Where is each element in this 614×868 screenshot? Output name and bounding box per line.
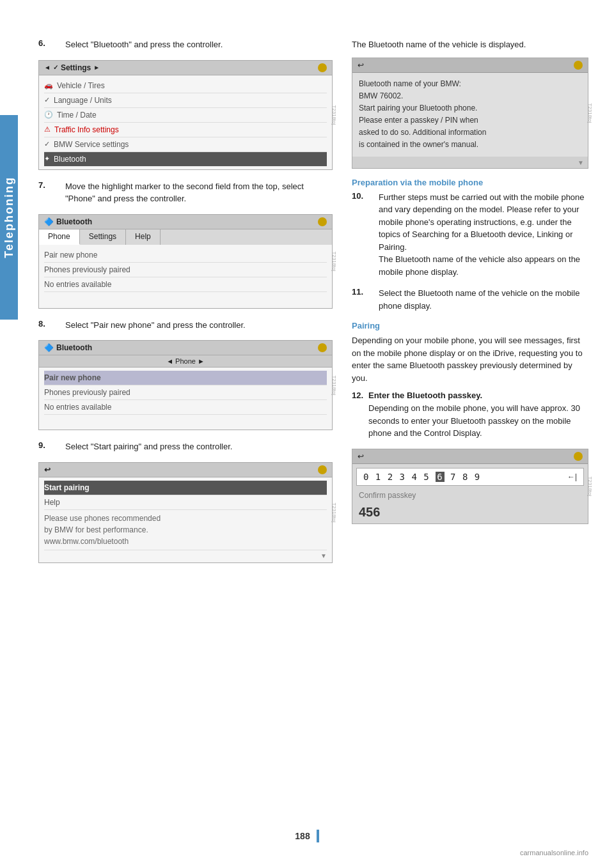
passkey-dot	[574, 452, 583, 461]
step-11-number: 11.	[352, 287, 363, 312]
step-10-text: Further steps must be carried out with t…	[379, 191, 588, 279]
page-number: 188	[295, 831, 310, 841]
step-11-text: Select the Bluetooth name of the vehicle…	[379, 287, 588, 312]
passkey-digits: 0 1 2 3 4 5 6 7 8 9	[363, 472, 480, 482]
screen-bluetooth-tabs: 🔷 Bluetooth Phone Settings Help Pair new…	[38, 214, 333, 309]
step-12-label: Enter the Bluetooth passkey.	[368, 391, 588, 400]
passkey-confirm-label: Confirm passkey	[352, 488, 588, 501]
bmw-text-line3: Start pairing your Bluetooth phone.	[359, 102, 581, 114]
screen1-body: 🚗 Vehicle / Tires ✓ Language / Units 🕐 T…	[39, 75, 332, 169]
list-item-bluetooth: ✦ Bluetooth	[44, 152, 327, 166]
bluetooth-header-icon2: 🔷	[44, 343, 54, 352]
list-item-prev-paired: Phones previously paired	[44, 385, 327, 400]
step-8-text: Select "Pair new phone" and press the co…	[65, 319, 246, 332]
scroll-down-icon: ▼	[320, 552, 327, 559]
screen2-body: Pair new phone Phones previously paired …	[39, 245, 332, 308]
pairing-intro: Depending on your mobile phone, you will…	[352, 334, 588, 384]
step-12-text: Depending on the mobile phone, you will …	[368, 402, 588, 440]
step-10-number: 10.	[352, 191, 363, 279]
left-column: 6. Select "Bluetooth" and press the cont…	[38, 38, 333, 573]
screen4-body: Start pairing Help Please use phones rec…	[39, 477, 332, 562]
screen2-tabs: Phone Settings Help	[39, 229, 332, 245]
screen3-dot	[318, 343, 327, 352]
screen-start-pairing: ↩ Start pairing Help Please use phones r…	[38, 462, 333, 563]
time-icon: 🕐	[44, 111, 53, 119]
screen3-header: 🔷 Bluetooth	[39, 341, 332, 355]
step-12-number: 12.	[352, 391, 363, 440]
passkey-back-icon: ↩	[358, 452, 364, 461]
passkey-header: ↩	[352, 449, 588, 464]
bmw-text-line5: asked to do so. Additional information	[359, 127, 581, 139]
list-item: ✓ BMW Service settings	[44, 137, 327, 152]
tab-phone: Phone	[39, 229, 80, 245]
step-12: 12. Enter the Bluetooth passkey. Dependi…	[352, 391, 588, 440]
watermark-5: T2318toj	[587, 103, 593, 123]
right-column: The Bluetooth name of the vehicle is dis…	[352, 38, 588, 573]
screen1-header: ◄ ✓ Settings ►	[39, 61, 332, 75]
bluetooth-header-icon: 🔷	[44, 217, 54, 226]
scroll-down-icon2: ▼	[578, 159, 584, 166]
screen2-header: 🔷 Bluetooth	[39, 215, 332, 229]
screen4-dot	[318, 465, 327, 474]
screen2-title: Bluetooth	[56, 217, 92, 226]
section-title: Telephoning	[3, 176, 16, 258]
list-item: 🚗 Vehicle / Tires	[44, 79, 327, 93]
step-6-text: Select "Bluetooth" and press the control…	[65, 38, 223, 51]
list-item-note: Please use phones recommendedby BMW for …	[44, 510, 327, 550]
tab-settings: Settings	[80, 229, 126, 245]
step-8: 8. Select "Pair new phone" and press the…	[38, 319, 333, 332]
step-8-number: 8.	[38, 319, 50, 332]
list-item-start-pairing: Start pairing	[44, 481, 327, 495]
list-item-pair-new: Pair new phone	[44, 371, 327, 385]
language-icon: ✓	[44, 96, 50, 104]
watermark-2: T2318toj	[331, 251, 337, 271]
scroll-indicator: ▼	[44, 550, 327, 559]
passkey-current-value: 456	[352, 501, 588, 523]
screen3-subheader: ◄ Phone ►	[39, 355, 332, 368]
page-bar	[317, 830, 319, 842]
watermark-1: T2318toj	[331, 105, 337, 125]
settings-back-icon: ◄	[44, 64, 51, 71]
step-6-number: 6.	[38, 38, 50, 51]
step-7-text: Move the highlight marker to the second …	[65, 180, 333, 205]
page-footer: 188	[0, 830, 614, 842]
bmw-screen-header: ↩	[352, 58, 588, 73]
tab-help: Help	[126, 229, 161, 245]
section-tab: Telephoning	[0, 115, 18, 320]
backspace-icon: ←|	[567, 472, 577, 481]
spacer	[44, 292, 327, 305]
list-item: Pair new phone	[44, 248, 327, 263]
pairing-heading: Pairing	[352, 321, 588, 330]
screen-pair-phone: 🔷 Bluetooth ◄ Phone ► Pair new phone Pho…	[38, 340, 333, 430]
back-arrow-icon: ↩	[44, 465, 51, 474]
vehicle-icon: 🚗	[44, 81, 53, 89]
bmw-screen-dot	[574, 61, 583, 70]
bmw-text-line2: BMW 76002.	[359, 90, 581, 102]
step-9-text: Select "Start pairing" and press the con…	[65, 440, 232, 453]
step-9-number: 9.	[38, 440, 50, 453]
bmw-back-icon: ↩	[358, 61, 364, 70]
bmw-text-line6: is contained in the owner's manual.	[359, 139, 581, 151]
list-item: 🕐 Time / Date	[44, 108, 327, 123]
list-item: ⚠ Traffic Info settings	[44, 123, 327, 137]
bmw-text-line1: Bluetooth name of your BMW:	[359, 78, 581, 90]
screen-passkey: ↩ 0 1 2 3 4 5 6 7 8 9 ←| Confirm passkey…	[352, 449, 588, 524]
screen1-dot	[318, 63, 327, 72]
spacer	[44, 415, 327, 426]
step-7: 7. Move the highlight marker to the seco…	[38, 180, 333, 205]
list-item-help: Help	[44, 495, 327, 510]
watermark-6: T2318toj	[587, 476, 593, 496]
step-6: 6. Select "Bluetooth" and press the cont…	[38, 38, 333, 51]
watermark-3: T2318toj	[331, 375, 337, 395]
screen1-title: Settings	[61, 63, 91, 72]
passkey-number-row: 0 1 2 3 4 5 6 7 8 9 ←|	[356, 468, 584, 486]
bmw-screen-body: Bluetooth name of your BMW: BMW 76002. S…	[352, 73, 588, 157]
screen2-dot	[318, 217, 327, 226]
screen3-body: Pair new phone Phones previously paired …	[39, 368, 332, 430]
watermark-4: T2318toj	[331, 502, 337, 522]
screen3-title: Bluetooth	[56, 343, 92, 352]
step-9: 9. Select "Start pairing" and press the …	[38, 440, 333, 453]
bmw-icon: ✓	[44, 140, 50, 148]
highlighted-digit: 6	[436, 472, 444, 482]
screen4-header: ↩	[39, 463, 332, 477]
